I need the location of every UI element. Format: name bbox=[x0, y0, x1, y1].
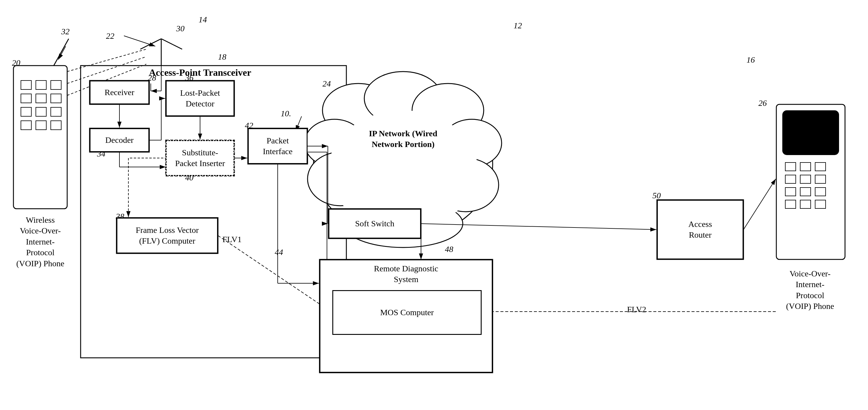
ref-12: 12 bbox=[514, 21, 522, 30]
svg-rect-72 bbox=[785, 187, 796, 196]
svg-rect-7 bbox=[51, 94, 61, 103]
remote-diagnostic-label: Remote DiagnosticSystem bbox=[320, 263, 492, 285]
ref-20: 20 bbox=[12, 58, 20, 68]
svg-rect-9 bbox=[36, 107, 46, 116]
svg-line-18 bbox=[161, 39, 173, 45]
ref-32: 32 bbox=[61, 27, 69, 36]
wired-voip-label: Voice-Over-Internet-Protocol(VOIP) Phone bbox=[776, 268, 844, 312]
ref-26: 26 bbox=[758, 98, 767, 108]
wireless-voip-label: WirelessVoice-Over-Internet-Protocol(VOI… bbox=[9, 215, 72, 269]
svg-rect-70 bbox=[800, 175, 811, 183]
svg-rect-74 bbox=[815, 187, 826, 196]
svg-line-19 bbox=[140, 45, 149, 49]
svg-point-49 bbox=[308, 152, 373, 206]
svg-rect-3 bbox=[36, 80, 46, 90]
flv2-label: FLV2 bbox=[627, 304, 646, 315]
svg-rect-77 bbox=[815, 200, 826, 208]
ip-network-label: IP Network (WiredNetwork Portion) bbox=[352, 128, 454, 150]
svg-rect-10 bbox=[51, 107, 61, 116]
ref-24: 24 bbox=[322, 79, 331, 89]
access-router-box: AccessRouter bbox=[657, 200, 743, 260]
ref-50: 50 bbox=[652, 191, 661, 200]
svg-point-50 bbox=[433, 158, 499, 212]
svg-line-17 bbox=[149, 39, 161, 45]
ref-44: 44 bbox=[275, 247, 283, 257]
svg-line-14 bbox=[54, 39, 69, 66]
svg-rect-66 bbox=[785, 163, 796, 171]
ref-22: 22 bbox=[106, 31, 114, 41]
ref-30: 30 bbox=[176, 24, 185, 33]
svg-rect-11 bbox=[21, 121, 31, 130]
svg-rect-6 bbox=[36, 94, 46, 103]
svg-line-79 bbox=[218, 236, 331, 312]
packet-interface-box: PacketInterface bbox=[248, 128, 308, 164]
ref-48: 48 bbox=[445, 244, 453, 254]
receiver-box: Receiver bbox=[90, 80, 149, 104]
svg-rect-1 bbox=[13, 66, 67, 209]
svg-rect-8 bbox=[21, 107, 31, 116]
svg-rect-12 bbox=[36, 121, 46, 130]
svg-line-15 bbox=[58, 46, 66, 60]
mos-computer-box: MOS Computer bbox=[332, 290, 482, 335]
svg-rect-71 bbox=[815, 175, 826, 183]
svg-rect-76 bbox=[800, 200, 811, 208]
svg-rect-64 bbox=[776, 104, 845, 260]
svg-rect-75 bbox=[785, 200, 796, 208]
ref-10: 10. bbox=[281, 109, 291, 118]
svg-rect-68 bbox=[815, 163, 826, 171]
svg-line-63 bbox=[421, 224, 656, 230]
decoder-box: Decoder bbox=[90, 128, 149, 152]
svg-rect-65 bbox=[782, 110, 839, 155]
svg-rect-2 bbox=[21, 80, 31, 90]
svg-rect-5 bbox=[21, 94, 31, 103]
remote-diagnostic-container: Remote DiagnosticSystem MOS Computer bbox=[319, 260, 493, 373]
ref-18: 18 bbox=[218, 52, 226, 62]
svg-rect-69 bbox=[785, 175, 796, 183]
svg-rect-13 bbox=[51, 121, 61, 130]
svg-rect-73 bbox=[800, 187, 811, 196]
svg-rect-67 bbox=[800, 163, 811, 171]
svg-line-24 bbox=[124, 36, 155, 46]
svg-rect-4 bbox=[51, 80, 61, 90]
svg-line-20 bbox=[173, 45, 182, 49]
substitute-packet-inserter-box: Substitute-Packet Inserter bbox=[166, 140, 235, 176]
svg-line-78 bbox=[743, 179, 776, 230]
ref-16: 16 bbox=[746, 55, 755, 65]
svg-point-45 bbox=[364, 72, 442, 125]
flv1-label: FLV1 bbox=[222, 234, 242, 245]
frame-loss-vector-box: Frame Loss Vector(FLV) Computer bbox=[117, 218, 218, 253]
lost-packet-detector-box: Lost-PacketDetector bbox=[166, 80, 235, 116]
diagram-container: 32 22 30 14 18 12 16 20 26 28 34 36 38 4… bbox=[0, 0, 868, 410]
ref-14: 14 bbox=[198, 15, 207, 25]
soft-switch-box: Soft Switch bbox=[329, 209, 421, 239]
